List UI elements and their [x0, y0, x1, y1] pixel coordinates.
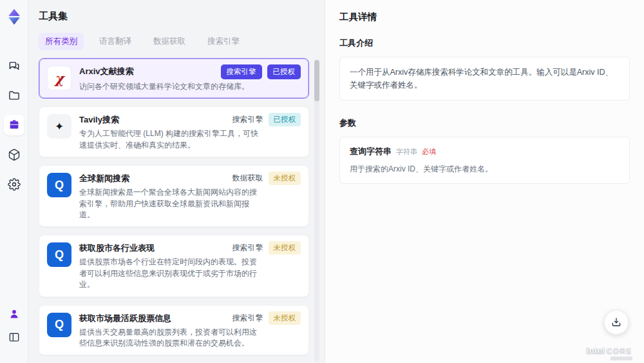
- sidebar-item-settings[interactable]: [4, 174, 24, 195]
- intro-heading: 工具介绍: [339, 37, 630, 49]
- category-label: 搜索引擎: [232, 114, 263, 125]
- folder-icon: [8, 89, 21, 102]
- tab-translation[interactable]: 语言翻译: [93, 33, 138, 50]
- category-label: 搜索引擎: [232, 242, 263, 253]
- tool-description: 专为人工智能代理 (LLM) 构建的搜索引擎工具，可快速提供实时、准确和真实的结…: [79, 128, 261, 151]
- tool-card-global-news[interactable]: Q 全球新闻搜索 数据获取 未授权 全球新闻搜索是一个聚合全球各大新闻网站内容的…: [39, 165, 309, 227]
- scrollbar-thumb[interactable]: [314, 60, 319, 101]
- tool-detail-panel: 工具详情 工具介绍 一个用于从Arxiv存储库搜索科学论文和文章的工具。输入可以…: [325, 0, 644, 363]
- tab-search-engine[interactable]: 搜索引擎: [201, 33, 246, 50]
- auth-status-badge: 已授权: [267, 64, 301, 79]
- detail-title: 工具详情: [339, 11, 630, 23]
- category-badge: 搜索引擎: [221, 64, 262, 79]
- app-logo-icon: [5, 8, 23, 26]
- tool-description: 提供当天交易量最高的股票列表，投资者可以利用这些信息来识别流动性强的股票和潜在的…: [79, 327, 261, 349]
- gear-icon: [8, 178, 21, 191]
- list-scrollbar[interactable]: [314, 59, 319, 362]
- tool-list-panel: 工具集 所有类别 语言翻译 数据获取 搜索引擎 χ Arxiv文献搜索 搜索引擎…: [28, 0, 325, 363]
- tool-list: χ Arxiv文献搜索 搜索引擎 已授权 访问各个研究领域大量科学论文和文章的存…: [39, 58, 325, 363]
- panel-toggle-icon: [8, 331, 21, 344]
- tool-name: 获取股市各行业表现: [79, 241, 155, 254]
- tool-card-tavily[interactable]: ✦ Tavily搜索 搜索引擎 已授权 专为人工智能代理 (LLM) 构建的搜索…: [39, 106, 309, 157]
- collapse-panel-button[interactable]: [4, 327, 24, 348]
- app-sidebar: [0, 0, 28, 363]
- category-tabs: 所有类别 语言翻译 数据获取 搜索引擎: [39, 33, 325, 50]
- sidebar-item-toolbox[interactable]: [4, 115, 24, 135]
- tool-name: Arxiv文献搜索: [79, 64, 134, 77]
- core-wordmark: core: [607, 347, 632, 355]
- category-label: 搜索引擎: [232, 313, 263, 324]
- tool-description: 全球新闻搜索是一个聚合全球各大新闻网站内容的搜索引擎，帮助用户快速获取全球最新资…: [79, 187, 261, 221]
- tab-data-fetch[interactable]: 数据获取: [147, 33, 192, 50]
- param-type: 字符串: [396, 147, 417, 157]
- intel-wordmark: intel: [586, 346, 605, 355]
- tool-name: 全球新闻搜索: [79, 172, 129, 184]
- tool-description: 提供股票市场各个行业在特定时间段内的表现。投资者可以利用这些信息来识别表现优于或…: [79, 257, 261, 290]
- param-description: 用于搜索的Arxiv ID、关键字或作者姓名。: [350, 163, 620, 175]
- global-news-q-icon: Q: [47, 173, 71, 197]
- params-heading: 参数: [339, 117, 630, 129]
- avatar-icon: [8, 308, 21, 320]
- page-title: 工具集: [39, 10, 325, 23]
- auth-status-badge: 已授权: [269, 113, 301, 126]
- auth-status-badge: 未授权: [269, 311, 301, 325]
- download-button[interactable]: [604, 310, 629, 335]
- param-name: 查询字符串: [350, 146, 392, 157]
- tool-card-stock-sector[interactable]: Q 获取股市各行业表现 搜索引擎 未授权 提供股票市场各个行业在特定时间段内的表…: [39, 235, 309, 297]
- active-stocks-q-icon: Q: [47, 313, 71, 337]
- category-label: 数据获取: [232, 173, 263, 184]
- tab-all-categories[interactable]: 所有类别: [39, 33, 84, 50]
- user-avatar-button[interactable]: [4, 304, 24, 324]
- intro-text: 一个用于从Arxiv存储库搜索科学论文和文章的工具。输入可以是Arxiv ID、…: [339, 57, 630, 101]
- auth-status-badge: 未授权: [269, 241, 301, 255]
- sidebar-item-files[interactable]: [4, 85, 24, 106]
- sidebar-item-chat[interactable]: [4, 55, 24, 76]
- sidebar-item-models[interactable]: [4, 144, 24, 165]
- tool-card-active-stocks[interactable]: Q 获取市场最活跃股票信息 搜索引擎 未授权 提供当天交易量最高的股票列表，投资…: [39, 305, 309, 356]
- tavily-star-icon: ✦: [47, 114, 71, 139]
- intel-core-logo: intel core: [586, 346, 632, 355]
- param-required-flag: 必填: [422, 147, 436, 157]
- stock-sector-q-icon: Q: [47, 242, 71, 267]
- toolbox-icon: [8, 119, 21, 132]
- arxiv-logo-icon: χ: [47, 66, 71, 90]
- package-icon: [8, 148, 21, 161]
- auth-status-badge: 未授权: [269, 172, 301, 185]
- tool-card-arxiv[interactable]: χ Arxiv文献搜索 搜索引擎 已授权 访问各个研究领域大量科学论文和文章的存…: [39, 58, 309, 99]
- download-icon: [611, 317, 622, 328]
- tool-description: 访问各个研究领域大量科学论文和文章的存储库。: [79, 81, 261, 92]
- param-item: 查询字符串 字符串 必填 用于搜索的Arxiv ID、关键字或作者姓名。: [339, 137, 630, 184]
- tool-name: Tavily搜索: [79, 113, 119, 126]
- chat-icon: [8, 59, 21, 72]
- tool-name: 获取市场最活跃股票信息: [79, 311, 171, 324]
- intel-ultra-badge: [611, 357, 632, 360]
